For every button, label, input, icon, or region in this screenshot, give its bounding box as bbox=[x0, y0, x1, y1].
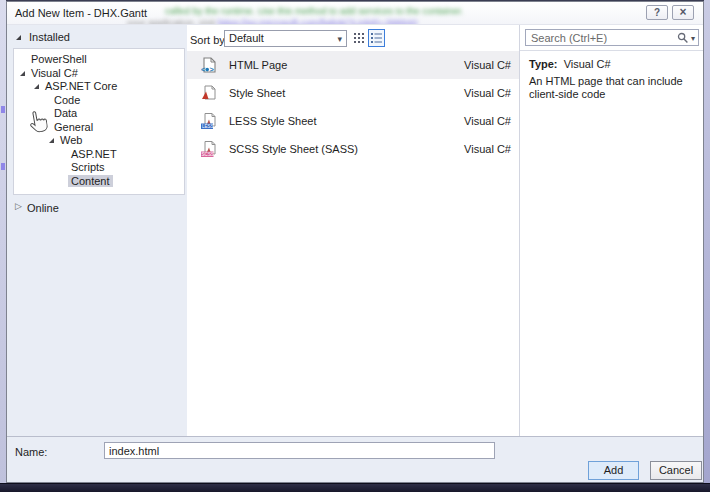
scss-style-sheet-icon: SCSS bbox=[201, 141, 217, 157]
tree-item-web[interactable]: Web bbox=[14, 134, 184, 148]
tree-item-aspnet-core[interactable]: ASP.NET Core bbox=[14, 80, 184, 94]
blurred-code-comment: called by the runtime. Use this method t… bbox=[165, 5, 463, 16]
tree-item-code[interactable]: Code bbox=[14, 94, 184, 108]
tree-item-visual-csharp[interactable]: Visual C# bbox=[14, 67, 184, 81]
background-window-bottom-edge bbox=[0, 483, 710, 492]
search-input[interactable] bbox=[526, 30, 698, 45]
editor-margin-mark bbox=[1, 163, 5, 170]
editor-margin-mark bbox=[1, 106, 5, 113]
expanded-arrow-icon[interactable] bbox=[34, 84, 39, 89]
sort-by-dropdown[interactable]: Default ▾ bbox=[224, 30, 347, 47]
small-icons-view-button[interactable] bbox=[350, 29, 367, 47]
description-panel: ▾ Type: Visual C# An HTML page that can … bbox=[519, 25, 703, 436]
tree-item-aspnet[interactable]: ASP.NET bbox=[14, 148, 184, 162]
expanded-arrow-icon[interactable] bbox=[20, 71, 25, 76]
template-list-panel: Sort by: Default ▾ bbox=[187, 25, 519, 436]
tree-item-powershell[interactable]: PowerShell bbox=[14, 53, 184, 67]
hand-cursor bbox=[25, 108, 49, 135]
help-button[interactable]: ? bbox=[646, 5, 668, 20]
template-type: Type: Visual C# bbox=[529, 58, 611, 70]
add-button[interactable]: Add bbox=[588, 461, 639, 480]
name-input[interactable] bbox=[104, 442, 495, 459]
template-row-style-sheet[interactable]: Style Sheet Visual C# bbox=[187, 79, 519, 107]
sort-toolbar: Sort by: Default ▾ bbox=[187, 29, 519, 49]
search-options-chevron-icon[interactable]: ▾ bbox=[691, 34, 695, 43]
help-icon: ? bbox=[654, 7, 660, 18]
add-new-item-dialog: called by the runtime. Use this method t… bbox=[6, 1, 704, 483]
html-page-icon: < > bbox=[201, 57, 217, 73]
dialog-title: Add New Item - DHX.Gantt bbox=[15, 7, 147, 19]
template-list: < > HTML Page Visual C# Style Sheet Visu… bbox=[187, 51, 519, 163]
search-box: ▾ bbox=[525, 29, 699, 46]
collapsed-arrow-icon[interactable]: ▷ bbox=[15, 201, 22, 211]
divider bbox=[520, 50, 703, 51]
search-icon[interactable] bbox=[677, 32, 689, 44]
tree-item-content[interactable]: Content bbox=[14, 175, 184, 189]
close-icon: × bbox=[679, 5, 686, 19]
less-style-sheet-icon: LESS bbox=[201, 113, 217, 129]
section-online[interactable]: Online bbox=[27, 202, 59, 214]
svg-text:LESS: LESS bbox=[202, 124, 214, 129]
close-button[interactable]: × bbox=[672, 5, 694, 20]
template-row-scss-style-sheet[interactable]: SCSS SCSS Style Sheet (SASS) Visual C# bbox=[187, 135, 519, 163]
svg-text:<: < bbox=[201, 65, 206, 73]
template-description: An HTML page that can include client-sid… bbox=[529, 75, 701, 101]
expanded-arrow-icon[interactable] bbox=[49, 138, 54, 143]
dialog-titlebar[interactable]: called by the runtime. Use this method t… bbox=[7, 2, 703, 25]
expanded-arrow-icon[interactable] bbox=[16, 35, 21, 40]
tree-item-scripts[interactable]: Scripts bbox=[14, 161, 184, 175]
style-sheet-icon bbox=[201, 85, 217, 101]
sort-by-label: Sort by: bbox=[190, 34, 228, 46]
template-row-less-style-sheet[interactable]: LESS LESS Style Sheet Visual C# bbox=[187, 107, 519, 135]
chevron-down-icon: ▾ bbox=[337, 32, 342, 47]
grid-view-icon bbox=[354, 33, 364, 43]
svg-text:SCSS: SCSS bbox=[202, 152, 215, 157]
section-installed[interactable]: Installed bbox=[29, 31, 70, 43]
svg-text:>: > bbox=[209, 65, 214, 73]
list-view-button[interactable] bbox=[368, 29, 385, 47]
blurred-code-line: your application, visit https://go.micro… bbox=[127, 17, 417, 25]
background-window-right-edge bbox=[704, 0, 710, 483]
list-view-icon bbox=[371, 33, 382, 43]
name-label: Name: bbox=[15, 446, 47, 458]
cancel-button[interactable]: Cancel bbox=[650, 461, 702, 480]
dialog-footer: Name: Add Cancel bbox=[7, 436, 703, 482]
template-row-html-page[interactable]: < > HTML Page Visual C# bbox=[187, 51, 519, 79]
